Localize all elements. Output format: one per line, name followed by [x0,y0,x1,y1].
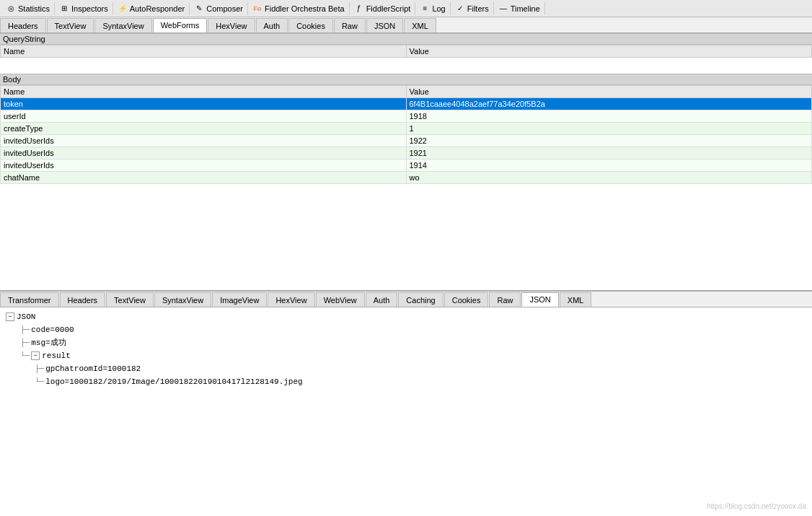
json-gpchatroomid-node: ├─ gpChatroomId=1000182 [6,362,806,375]
log-nav[interactable]: ≡ Log [415,2,450,15]
syntaxview-tab[interactable]: SyntaxView [94,18,151,32]
webforms-tab[interactable]: WebForms [153,18,208,32]
top-nav-bar: ◎ Statistics ⊞ Inspectors ⚡ AutoResponde… [0,0,812,17]
body-name-header: Name [1,86,407,98]
body-table: Name Value token6f4B1caaee4048a2aef77a34… [0,85,812,184]
json-msg-value: msg=成功 [31,336,66,349]
fiddler-orchestra-label: Fiddler Orchestra Beta [265,4,345,13]
json-tree: − JSON ├─ code=0000 ├─ msg=成功 └─ − resul… [0,307,812,391]
querystring-section-label: QueryString [0,33,812,45]
log-label: Log [432,4,445,13]
body-row-value: 1914 [406,159,812,172]
tree-connector-3: └─ [20,349,30,362]
xml-lower-tab[interactable]: XML [560,292,592,307]
tree-connector-4: ├─ [35,362,44,375]
body-row-value: 1 [406,123,812,135]
table-row[interactable]: createType1 [1,123,812,135]
json-root-node[interactable]: − JSON [6,310,806,323]
fiddler-orchestra-nav[interactable]: Fo Fiddler Orchestra Beta [248,2,350,15]
timeline-icon: — [498,4,508,14]
json-root-label: JSON [17,310,35,323]
statistics-nav[interactable]: ◎ Statistics [1,2,55,15]
json-root-toggle[interactable]: − [6,312,14,321]
filters-nav[interactable]: ✓ Filters [451,2,494,15]
querystring-area: Name Value [0,45,812,74]
body-area: Name Value token6f4B1caaee4048a2aef77a34… [0,85,812,184]
body-row-name: userId [1,110,407,123]
json-gpchatroomid-value: gpChatroomId=1000182 [45,362,141,375]
statistics-icon: ◎ [6,4,16,14]
json-result-label: result [42,349,71,362]
syntaxview-lower-tab[interactable]: SyntaxView [154,292,211,307]
log-icon: ≡ [420,4,430,14]
fiddlerscript-nav[interactable]: ƒ FiddlerScript [350,2,416,15]
textview-lower-tab[interactable]: TextView [106,292,154,307]
headers-tab[interactable]: Headers [0,18,46,32]
autoresponder-icon: ⚡ [118,4,128,14]
hexview-tab[interactable]: HexView [208,18,255,32]
table-row[interactable]: userId1918 [1,110,812,123]
inspectors-label: Inspectors [71,4,108,13]
auth-tab[interactable]: Auth [256,18,288,32]
composer-nav[interactable]: ✎ Composer [190,2,248,15]
auth-lower-tab[interactable]: Auth [366,292,398,307]
table-row[interactable]: token6f4B1caaee4048a2aef77a34e20f5B2a [1,98,812,110]
timeline-nav[interactable]: — Timeline [494,2,545,15]
body-section-label: Body [0,74,812,85]
raw-lower-tab[interactable]: Raw [489,292,521,307]
upper-panel: Headers TextView SyntaxView WebForms Hex… [0,17,812,292]
table-row[interactable]: invitedUserIds1914 [1,159,812,172]
body-row-name: createType [1,123,407,135]
caching-lower-tab[interactable]: Caching [398,292,443,307]
filters-icon: ✓ [455,4,465,14]
body-row-name: invitedUserIds [1,159,407,172]
lower-tab-bar: Transformer Headers TextView SyntaxView … [0,292,812,307]
json-lower-tab[interactable]: JSON [521,292,558,307]
body-row-name: invitedUserIds [1,135,407,147]
watermark: https://blog.csdn.net/zyooox.da [707,502,806,510]
textview-tab[interactable]: TextView [47,18,94,32]
tree-connector-1: ├─ [20,323,30,336]
body-row-value: wo [406,172,812,184]
tree-connector-2: ├─ [20,336,30,349]
xml-tab[interactable]: XML [404,18,436,32]
body-row-value: 6f4B1caaee4048a2aef77a34e20f5B2a [406,98,812,110]
json-code-value: code=0000 [31,323,74,336]
autoresponder-label: AutoResponder [130,4,185,13]
body-row-value: 1921 [406,147,812,159]
webview-lower-tab[interactable]: WebView [316,292,365,307]
table-row[interactable]: invitedUserIds1922 [1,135,812,147]
cookies-tab[interactable]: Cookies [288,18,333,32]
body-value-header: Value [406,86,812,98]
hexview-lower-tab[interactable]: HexView [268,292,314,307]
json-logo-node: └─ logo=1000182/2019/Image/1000182201901… [6,375,806,388]
raw-tab[interactable]: Raw [334,18,366,32]
fiddlerscript-icon: ƒ [354,4,364,14]
imageview-lower-tab[interactable]: ImageView [212,292,267,307]
json-result-node[interactable]: └─ − result [6,349,806,362]
body-row-name: invitedUserIds [1,147,407,159]
body-row-name: chatName [1,172,407,184]
table-row[interactable]: invitedUserIds1921 [1,147,812,159]
tree-connector-5: └─ [35,375,44,388]
json-msg-node: ├─ msg=成功 [6,336,806,349]
json-result-toggle[interactable]: − [31,351,40,360]
json-tab[interactable]: JSON [366,18,403,32]
cookies-lower-tab[interactable]: Cookies [444,292,489,307]
lower-panel: Transformer Headers TextView SyntaxView … [0,292,812,516]
querystring-table: Name Value [0,45,812,58]
headers-lower-tab[interactable]: Headers [60,292,106,307]
qs-value-header: Value [406,45,812,58]
transformer-tab[interactable]: Transformer [0,292,59,307]
fiddlerscript-label: FiddlerScript [366,4,411,13]
body-row-value: 1922 [406,135,812,147]
qs-name-header: Name [1,45,407,58]
inspectors-nav[interactable]: ⊞ Inspectors [55,2,113,15]
composer-icon: ✎ [194,4,204,14]
body-row-value: 1918 [406,110,812,123]
table-row[interactable]: chatNamewo [1,172,812,184]
statistics-label: Statistics [18,4,50,13]
autoresponder-nav[interactable]: ⚡ AutoResponder [113,2,190,15]
fiddler-orchestra-icon: Fo [252,4,262,14]
json-content-area: − JSON ├─ code=0000 ├─ msg=成功 └─ − resul… [0,307,812,502]
